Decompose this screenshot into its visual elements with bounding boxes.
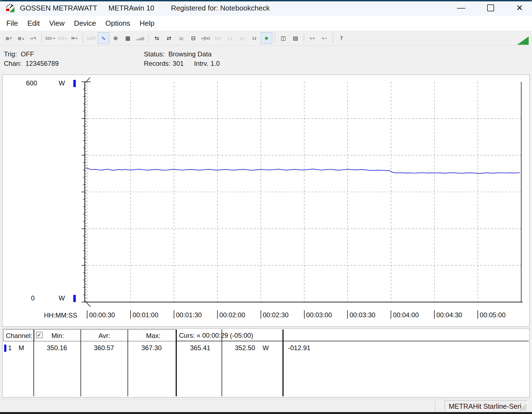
device-read-memory-icon[interactable]: M→: [69, 32, 80, 44]
max-header: Max:: [146, 332, 160, 340]
y-axis-unit-bottom: W: [59, 294, 65, 302]
cursor-header-cell: Curs: « 00:00:29 (-05:00): [177, 329, 529, 341]
x-tick-label: 00:03:00: [304, 310, 332, 319]
status-bar: METRAHit Starline-Seri: [0, 399, 532, 413]
monitor-display-icon[interactable]: ⊟: [188, 32, 199, 44]
menu-item-options[interactable]: Options: [101, 18, 135, 29]
channel-color-marker: [4, 345, 6, 352]
xy-chart-icon[interactable]: ⊕: [110, 32, 121, 44]
toolbar-separator: [41, 33, 42, 43]
x-tick-label: 00:02:30: [261, 310, 289, 319]
app-window: GOSSEN METRAWATT METRAwin 10 Registered …: [0, 0, 532, 414]
toolbar-separator: [83, 33, 83, 43]
min-header: Min:: [51, 332, 64, 340]
toolbar-separator: [148, 33, 149, 43]
device-name: METRAHit Starline-Seri: [449, 402, 521, 410]
zoom-in-waveform-icon[interactable]: ∿+: [307, 32, 318, 44]
table-divider: [128, 329, 128, 396]
cursor-delta-value: -012.91: [288, 344, 310, 352]
x-axis-name: HH:MM:SS: [44, 311, 77, 319]
channel-visible-checkbox[interactable]: ✓: [36, 332, 43, 338]
channel-range-marker-bottom: [73, 295, 76, 302]
chart-plot[interactable]: [2, 75, 529, 326]
x-tick-label: 00:02:00: [217, 310, 245, 319]
avr-value: 360.57: [94, 344, 114, 352]
gridlines: [85, 82, 523, 302]
zoom-out-waveform-icon[interactable]: ∿−: [319, 32, 330, 44]
maximize-icon: [487, 4, 494, 11]
x-tick-label: 00:05:00: [477, 310, 505, 319]
min-value: 350.16: [47, 344, 67, 352]
table-divider: [222, 329, 222, 396]
toolbar-separator: [275, 33, 275, 43]
minimize-button[interactable]: —: [453, 2, 469, 14]
cursor-unit: W: [263, 344, 269, 352]
table-divider: [81, 329, 81, 396]
toolbar-corner-grip-icon: [517, 36, 529, 45]
colors-icon[interactable]: ★: [261, 32, 272, 44]
x-tick-label: 00:03:30: [347, 310, 375, 319]
menu-item-device[interactable]: Device: [69, 18, 101, 29]
x-tick-label: 00:04:30: [434, 310, 462, 319]
yt-chart-icon[interactable]: ∿: [98, 32, 109, 44]
toolbar: ▤↗▤↘▭↰321→321«M→1257∿⊕▦▂▄▆⇆⇄▯▯⊟=ƒ(x)321|…: [0, 31, 532, 46]
browse-status: Status:Browsing Data: [144, 50, 212, 58]
menu-item-view[interactable]: View: [45, 18, 69, 29]
avr-header: Avr:: [98, 332, 110, 340]
histogram-icon: ▂▄▆: [134, 32, 146, 44]
title-app-name: METRAwin 10: [108, 4, 154, 12]
scroll-window-icon[interactable]: ⇄: [163, 32, 175, 44]
table-divider: [282, 329, 284, 396]
y-axis-max-label: 600: [26, 79, 37, 87]
shift-window-icon[interactable]: ⇆: [151, 32, 163, 44]
menu-item-file[interactable]: File: [2, 18, 23, 29]
statusbar-divider: [435, 401, 436, 411]
channel-number: 1: [8, 344, 12, 352]
chart-panel: 600 W 0 W HH:MM:SS 00:00:3000:01:0000:01…: [2, 75, 530, 327]
power-trace: [86, 168, 520, 174]
x-tick-label: 00:01:30: [174, 310, 202, 319]
y-axis-min-label: 0: [31, 294, 35, 302]
menu-item-help[interactable]: Help: [135, 18, 159, 29]
export-file-icon[interactable]: ▤↗: [3, 32, 15, 44]
cursor-right-value: 352.50: [235, 344, 255, 352]
window-bottom-edge: [0, 412, 532, 414]
formula-icon[interactable]: =ƒ(x): [200, 32, 211, 44]
table-divider: [176, 329, 177, 396]
records-status: Records:301 Intrv.1.0: [144, 60, 220, 67]
stats-table: Channel: ✓ Min: Avr: Max: Curs: « 00:00:…: [2, 328, 530, 397]
y-axis-unit-top: W: [59, 79, 65, 87]
data-table-icon[interactable]: ▦: [122, 32, 134, 44]
calculator-icon[interactable]: 12: [248, 32, 260, 44]
help-tooltip-icon[interactable]: ?: [336, 32, 347, 44]
app-logo-icon: [5, 3, 15, 13]
maximize-button[interactable]: [482, 2, 499, 14]
x-tick-label: 00:01:00: [130, 310, 158, 319]
stats-header-cell: ✓ Min: Avr: Max:: [34, 329, 176, 341]
toolbar-separator: [333, 33, 333, 43]
device-status-box: METRAHit Starline-Seri: [445, 400, 527, 412]
title-bar: GOSSEN METRAWATT METRAwin 10 Registered …: [0, 0, 532, 16]
limits-icon: |–|: [224, 32, 236, 44]
import-file-icon[interactable]: ▤↘: [15, 32, 27, 44]
device-cut-321-icon: 321«: [56, 32, 68, 44]
film-sequence-icon[interactable]: ▯▯: [175, 32, 187, 44]
channel-range-marker-top: [73, 80, 76, 87]
device-read-321-icon[interactable]: 321→: [44, 32, 56, 44]
toolbar-separator: [304, 33, 304, 43]
close-button[interactable]: ✕: [512, 2, 528, 14]
numeric-321-icon: 321: [212, 32, 224, 44]
numeric-display-1257-icon: 1257: [85, 32, 97, 44]
table-divider: [33, 329, 34, 396]
channel-header-cell: Channel:: [3, 329, 34, 341]
x-tick-label: 00:04:00: [391, 310, 419, 319]
max-value: 367.30: [141, 344, 162, 352]
channel-mode: M: [19, 344, 24, 352]
print-preview-icon[interactable]: ◫: [277, 32, 289, 44]
title-brand: GOSSEN METRAWATT: [20, 4, 97, 12]
title-registered: Registered for: Notebookcheck: [171, 4, 270, 12]
print-icon[interactable]: ▤: [290, 32, 301, 44]
open-file-icon[interactable]: ▭↰: [27, 32, 39, 44]
menu-item-edit[interactable]: Edit: [23, 18, 45, 29]
band-icon: ▭: [236, 32, 248, 44]
